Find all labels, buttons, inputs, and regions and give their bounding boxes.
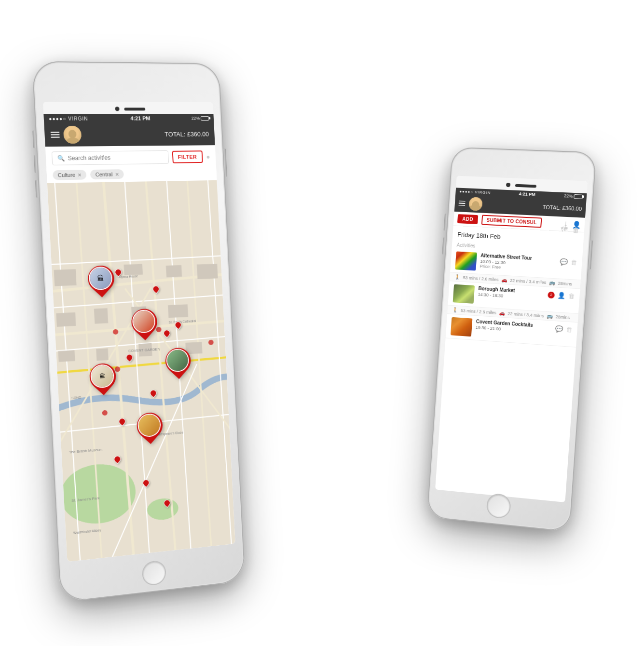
map-container[interactable]: The British Museum COVENT GARDEN St. Pau… <box>47 180 235 562</box>
car-icon-2: 🚗 <box>499 310 505 316</box>
svg-rect-25 <box>196 264 218 279</box>
pin-small-1[interactable] <box>114 269 122 276</box>
avatar-2[interactable] <box>468 197 482 211</box>
search-input[interactable] <box>68 154 164 162</box>
clock: 4:21 PM <box>130 115 151 121</box>
phone-2-screen: ●●●●○ VIRGIN 4:21 PM 22% TOTAL: £36 <box>435 176 588 502</box>
total-amount: TOTAL: £360.00 <box>164 130 209 137</box>
status-bar-1: ●●●●○ VIRGIN 4:21 PM 22% <box>43 114 214 123</box>
svg-rect-23 <box>123 264 142 275</box>
bus-time-1: 28mins <box>558 281 572 286</box>
carrier-signal: ●●●●○ VIRGIN <box>48 116 88 121</box>
svg-rect-21 <box>54 269 76 286</box>
volume-down-button-2[interactable] <box>442 237 445 255</box>
tag-central: Central ✕ <box>90 169 124 179</box>
pin-national[interactable]: 🏛 <box>87 363 118 393</box>
delete-activity-3[interactable]: 🗑 <box>565 326 572 334</box>
tag-central-remove[interactable]: ✕ <box>115 172 119 177</box>
speaker <box>123 108 145 110</box>
front-camera-2 <box>506 183 510 187</box>
activity-thumb-cocktail <box>450 317 472 337</box>
tag-culture-remove[interactable]: ✕ <box>77 172 82 177</box>
search-section: 🔍 FILTER ● <box>45 145 216 168</box>
pin-street-art[interactable] <box>129 308 159 338</box>
power-button[interactable] <box>223 148 227 177</box>
tag-culture: Culture ✕ <box>52 170 86 180</box>
delete-activity-2[interactable]: 🗑 <box>568 292 575 300</box>
svg-text:SOHO: SOHO <box>71 395 81 399</box>
hamburger-menu-button-2[interactable] <box>458 201 465 206</box>
clock-2: 4:21 PM <box>519 191 535 197</box>
pin-small-6[interactable] <box>150 390 156 397</box>
battery-percent: 22% <box>191 116 200 121</box>
comment-icon-3[interactable]: 💬 <box>555 325 563 333</box>
location-icon[interactable]: ● <box>206 153 210 161</box>
speaker-2 <box>515 184 536 188</box>
svg-rect-26 <box>56 312 76 327</box>
silent-button[interactable] <box>35 180 38 198</box>
tag-central-label: Central <box>95 171 112 177</box>
battery-indicator: 22% <box>191 116 209 121</box>
filter-button[interactable]: FILTER <box>172 150 203 163</box>
svg-rect-29 <box>168 304 188 318</box>
pin-small-2[interactable] <box>152 286 159 293</box>
volume-up-button-2[interactable] <box>443 214 447 231</box>
battery-percent-2: 22% <box>563 193 573 199</box>
pin-small-3[interactable] <box>163 330 170 337</box>
home-button-1[interactable] <box>141 560 166 586</box>
walk-distance-2: 53 mins / 2.6 miles <box>460 308 496 315</box>
phone-1-screen: ●●●●○ VIRGIN 4:21 PM 22% TOTAL: £36 <box>42 102 235 562</box>
svg-rect-27 <box>94 308 108 323</box>
pin-small-8[interactable] <box>142 479 150 486</box>
car-distance-1: 22 mins / 3.4 miles <box>509 278 546 285</box>
total-amount-2: TOTAL: £360.00 <box>542 204 582 212</box>
car-distance-2: 22 mins / 3.4 miles <box>507 311 544 318</box>
walk-icon-1: 🚶 <box>454 274 460 280</box>
car-icon-1: 🚗 <box>501 277 507 283</box>
delete-day-icon[interactable]: 🗑 <box>572 226 579 234</box>
comment-icon-2[interactable]: 👤 <box>557 292 565 299</box>
pin-small-9[interactable] <box>164 499 170 507</box>
map-svg: The British Museum COVENT GARDEN St. Pau… <box>47 180 235 562</box>
pin-borough[interactable] <box>163 347 192 377</box>
volume-down-button[interactable] <box>33 155 37 173</box>
hamburger-menu-button[interactable] <box>50 132 59 137</box>
submit-button[interactable]: SUBMIT TO CONSUL <box>481 215 541 228</box>
svg-rect-30 <box>58 350 75 362</box>
map-view-icon[interactable]: 🗺 <box>560 226 567 234</box>
search-icon: 🔍 <box>57 155 65 162</box>
badge-2: 2 <box>548 291 555 298</box>
activity-thumb-street-tour <box>455 251 477 270</box>
pin-cocktail[interactable] <box>135 412 164 443</box>
pin-museum[interactable]: 🏛 <box>85 265 116 296</box>
day-title: Friday 18th Feb <box>457 231 500 241</box>
carrier-signal-2: ●●●●○ VIRGIN <box>459 189 491 195</box>
phone-1: ●●●●○ VIRGIN 4:21 PM 22% TOTAL: £36 <box>31 61 245 603</box>
pin-small-10[interactable] <box>114 456 121 463</box>
phone-2: ●●●●○ VIRGIN 4:21 PM 22% TOTAL: £36 <box>426 147 596 532</box>
walk-distance-1: 53 mins / 2.6 miles <box>463 275 498 282</box>
pin-small-5[interactable] <box>125 354 133 361</box>
comment-icon-1[interactable]: 💬 <box>560 258 568 266</box>
power-button-2[interactable] <box>588 240 592 269</box>
activity-thumb-borough <box>452 284 475 304</box>
svg-rect-31 <box>96 348 109 361</box>
battery-indicator-2: 22% <box>563 193 582 199</box>
volume-up-button[interactable] <box>32 131 36 148</box>
bus-time-2: 28mins <box>555 314 570 320</box>
front-camera <box>114 107 119 111</box>
scene: ●●●●○ VIRGIN 4:21 PM 22% TOTAL: £36 <box>33 34 612 612</box>
svg-rect-24 <box>165 265 181 277</box>
pin-small-7[interactable] <box>119 418 126 425</box>
add-button[interactable]: ADD <box>457 214 478 224</box>
walk-icon-2: 🚶 <box>452 307 458 313</box>
bus-icon-1: 🚌 <box>549 280 555 285</box>
pin-small-4[interactable] <box>175 322 181 329</box>
tag-culture-label: Culture <box>57 172 75 178</box>
app-header-1: TOTAL: £360.00 <box>44 122 215 147</box>
home-button-2[interactable] <box>486 493 511 519</box>
search-box[interactable]: 🔍 <box>51 150 168 165</box>
avatar[interactable] <box>63 126 82 144</box>
bus-icon-2: 🚌 <box>547 313 553 319</box>
delete-activity-1[interactable]: 🗑 <box>570 259 577 267</box>
